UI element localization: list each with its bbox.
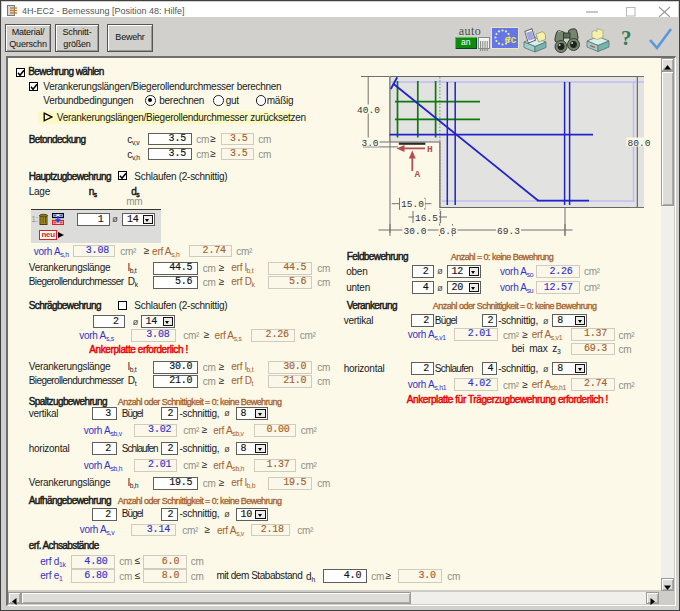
svg-text:A: A — [415, 169, 421, 180]
svg-text:40.0: 40.0 — [357, 105, 380, 116]
svg-text:69.3: 69.3 — [497, 226, 520, 237]
svg-text:3.0: 3.0 — [361, 138, 378, 149]
svg-text:H: H — [427, 144, 433, 155]
svg-text:16.5: 16.5 — [415, 213, 438, 224]
svg-text:80.0: 80.0 — [628, 138, 651, 149]
svg-text:6.8: 6.8 — [439, 226, 456, 237]
svg-text:30.0: 30.0 — [404, 226, 427, 237]
svg-text:15.0: 15.0 — [401, 199, 424, 210]
